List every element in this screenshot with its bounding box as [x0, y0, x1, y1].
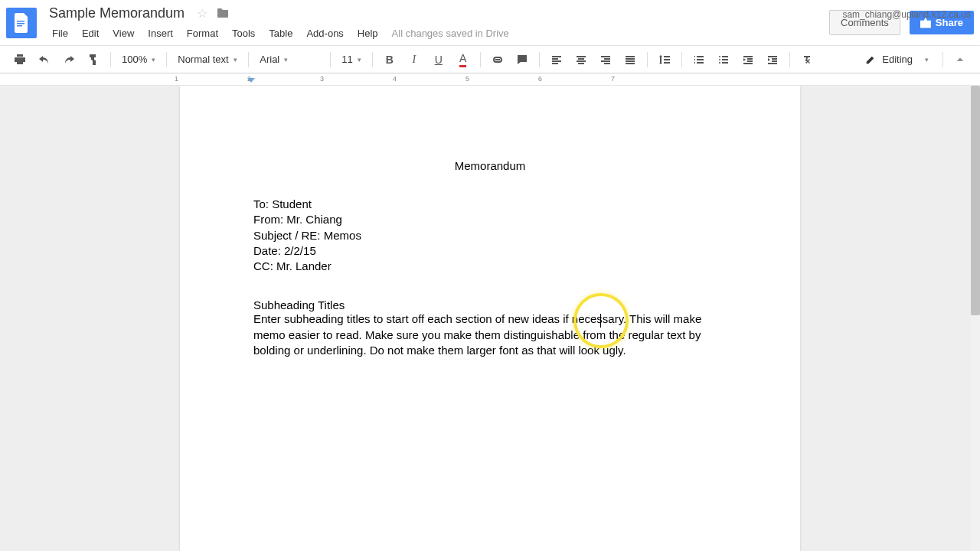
separator: [942, 52, 943, 67]
scrollbar-vertical[interactable]: [971, 86, 980, 551]
svg-rect-0: [17, 21, 24, 22]
separator: [539, 52, 540, 67]
separator: [789, 52, 790, 67]
zoom-select[interactable]: 100%: [117, 51, 160, 68]
bold-icon[interactable]: B: [379, 49, 400, 70]
underline-icon[interactable]: U: [428, 49, 449, 70]
align-right-icon[interactable]: [595, 49, 616, 70]
line-spacing-icon[interactable]: [654, 49, 675, 70]
pencil-icon: [865, 54, 876, 65]
document-heading[interactable]: Memorandum: [253, 159, 727, 172]
memo-subject[interactable]: Subject / RE: Memos: [253, 228, 727, 243]
ruler-mark: 6: [538, 75, 542, 83]
print-icon[interactable]: [9, 49, 31, 70]
docs-logo-icon: [14, 13, 29, 33]
ruler-mark: 5: [466, 75, 469, 83]
svg-point-5: [719, 62, 720, 64]
svg-rect-2: [17, 25, 22, 27]
memo-to[interactable]: To: Student: [253, 197, 727, 212]
paint-format-icon[interactable]: [83, 49, 104, 70]
menu-addons[interactable]: Add-ons: [300, 24, 349, 42]
svg-point-4: [719, 59, 720, 60]
menu-insert[interactable]: Insert: [142, 24, 179, 42]
align-center-icon[interactable]: [570, 49, 592, 70]
increase-indent-icon[interactable]: [762, 49, 783, 70]
title-area: Sample Memorandum ☆ File Edit View Inser…: [46, 4, 829, 42]
ruler-mark: 1: [175, 75, 178, 83]
memo-date[interactable]: Date: 2/2/15: [253, 243, 727, 259]
separator: [110, 52, 111, 67]
separator: [372, 52, 373, 67]
ruler-mark: 4: [393, 75, 397, 83]
italic-icon[interactable]: I: [403, 49, 425, 70]
ruler[interactable]: 1 2 3 4 5 6 7: [0, 73, 980, 86]
numbered-list-icon[interactable]: [688, 49, 710, 70]
hide-menus-icon[interactable]: [949, 49, 971, 70]
separator: [647, 52, 648, 67]
folder-icon[interactable]: [217, 8, 229, 18]
menu-edit[interactable]: Edit: [76, 24, 105, 42]
clear-formatting-icon[interactable]: [796, 49, 818, 70]
menu-help[interactable]: Help: [351, 24, 384, 42]
separator: [480, 52, 481, 67]
separator: [330, 52, 331, 67]
header: Sample Memorandum ☆ File Edit View Inser…: [0, 0, 980, 46]
page[interactable]: Memorandum To: Student From: Mr. Chiang …: [180, 86, 800, 551]
separator: [681, 52, 682, 67]
bulleted-list-icon[interactable]: [713, 49, 734, 70]
font-size-select[interactable]: 11: [337, 51, 365, 68]
user-email[interactable]: sam_chiang@upland.k12.ca.us: [842, 9, 971, 20]
document-canvas[interactable]: Memorandum To: Student From: Mr. Chiang …: [0, 86, 980, 551]
svg-rect-1: [17, 23, 24, 24]
comment-icon[interactable]: [511, 49, 533, 70]
align-left-icon[interactable]: [546, 49, 567, 70]
menu-bar: File Edit View Insert Format Tools Table…: [46, 24, 829, 42]
redo-icon[interactable]: [58, 49, 80, 70]
star-icon[interactable]: ☆: [197, 6, 207, 21]
undo-icon[interactable]: [34, 49, 55, 70]
editing-mode-label: Editing: [882, 54, 913, 65]
text-cursor: [600, 314, 601, 328]
ruler-mark: 7: [611, 75, 615, 83]
menu-tools[interactable]: Tools: [226, 24, 261, 42]
separator: [166, 52, 167, 67]
font-select[interactable]: Arial: [255, 51, 324, 68]
align-justify-icon[interactable]: [619, 49, 641, 70]
ruler-mark: 3: [320, 75, 324, 83]
menu-table[interactable]: Table: [263, 24, 299, 42]
svg-point-3: [719, 56, 720, 57]
scrollbar-thumb[interactable]: [971, 86, 980, 315]
memo-subheading[interactable]: Subheading Titles: [253, 298, 727, 311]
memo-body[interactable]: Enter subheading titles to start off eac…: [253, 311, 727, 358]
docs-logo[interactable]: [6, 8, 37, 38]
menu-format[interactable]: Format: [181, 24, 224, 42]
toolbar: 100% Normal text Arial 11 B I U A Editin…: [0, 46, 980, 73]
menu-view[interactable]: View: [106, 24, 140, 42]
style-select[interactable]: Normal text: [173, 51, 242, 68]
menu-file[interactable]: File: [46, 24, 74, 42]
text-color-icon[interactable]: A: [452, 49, 474, 70]
link-icon[interactable]: [487, 49, 508, 70]
separator: [248, 52, 249, 67]
editing-mode-select[interactable]: Editing: [858, 51, 936, 68]
decrease-indent-icon[interactable]: [737, 49, 759, 70]
save-status: All changes saved in Drive: [392, 28, 509, 39]
ruler-mark: 2: [247, 75, 251, 83]
document-title[interactable]: Sample Memorandum: [46, 4, 188, 23]
memo-from[interactable]: From: Mr. Chiang: [253, 212, 727, 227]
memo-cc[interactable]: CC: Mr. Lander: [253, 259, 727, 274]
